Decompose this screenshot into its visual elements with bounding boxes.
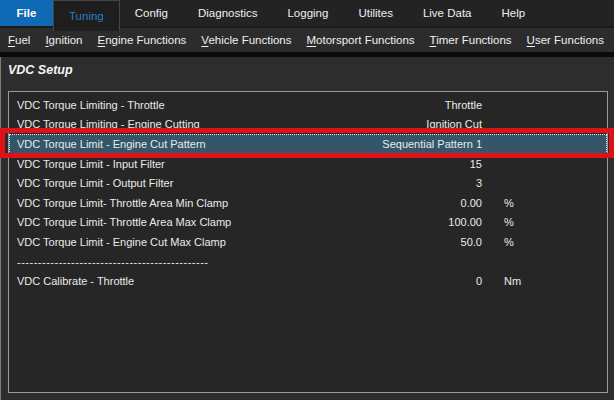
setting-value: 3 xyxy=(292,177,482,189)
settings-row-vdc-torque-limiting-engine-cutting[interactable]: VDC Torque Limiting - Engine CuttingIgni… xyxy=(9,115,607,135)
setting-unit: Nm xyxy=(482,275,607,287)
functions-menu-item-ignition[interactable]: Ignition xyxy=(45,34,82,46)
setting-label: VDC Calibrate - Throttle xyxy=(9,275,292,287)
menu-item-config[interactable]: Config xyxy=(120,0,183,26)
setting-value: 15 xyxy=(292,158,482,170)
setting-value: 0 xyxy=(292,275,482,287)
setting-value: Ignition Cut xyxy=(292,118,482,130)
setting-label: VDC Torque Limit - Engine Cut Max Clamp xyxy=(9,236,292,248)
setting-label: VDC Torque Limit - Input Filter xyxy=(9,158,292,170)
functions-menu-item-fuel[interactable]: Fuel xyxy=(8,34,30,46)
setting-label: VDC Torque Limit - Engine Cut Pattern xyxy=(9,138,292,150)
settings-row-vdc-torque-limit-engine-cut-max-clamp[interactable]: VDC Torque Limit - Engine Cut Max Clamp5… xyxy=(9,232,607,252)
settings-row-vdc-torque-limit-output-filter[interactable]: VDC Torque Limit - Output Filter3 xyxy=(9,173,607,193)
settings-row-vdc-torque-limit-throttle-area-min-clamp[interactable]: VDC Torque Limit- Throttle Area Min Clam… xyxy=(9,193,607,213)
settings-row-vdc-torque-limiting-throttle[interactable]: VDC Torque Limiting - ThrottleThrottle xyxy=(9,95,607,115)
menu-item-tuning[interactable]: Tuning xyxy=(53,0,120,31)
setting-unit: % xyxy=(482,216,607,228)
setting-unit: % xyxy=(482,197,607,209)
setting-label: VDC Torque Limit- Throttle Area Max Clam… xyxy=(9,216,292,228)
setting-value: Sequential Pattern 1 xyxy=(292,138,482,150)
setting-label: VDC Torque Limit - Output Filter xyxy=(9,177,292,189)
menu-divider xyxy=(0,52,614,57)
menu-item-diagnostics[interactable]: Diagnostics xyxy=(183,0,272,26)
setting-unit: % xyxy=(482,236,607,248)
menu-item-help[interactable]: Help xyxy=(487,0,541,26)
menu-item-live-data[interactable]: Live Data xyxy=(408,0,487,26)
functions-menu-item-user-functions[interactable]: User Functions xyxy=(527,34,604,46)
window-left-edge xyxy=(0,57,1,400)
setting-label: VDC Torque Limiting - Throttle xyxy=(9,99,292,111)
setting-value: 0.00 xyxy=(292,197,482,209)
settings-row-vdc-calibrate-throttle[interactable]: VDC Calibrate - Throttle0Nm xyxy=(9,271,607,291)
functions-menu-item-motorsport-functions[interactable]: Motorsport Functions xyxy=(307,34,415,46)
menu-bar: FileTuningConfigDiagnosticsLoggingUtilit… xyxy=(0,0,614,28)
settings-row-vdc-torque-limit-input-filter[interactable]: VDC Torque Limit - Input Filter15 xyxy=(9,154,607,174)
menu-item-file[interactable]: File xyxy=(0,0,53,26)
setting-label: VDC Torque Limiting - Engine Cutting xyxy=(9,118,292,130)
menu-item-utilites[interactable]: Utilites xyxy=(343,0,408,26)
settings-separator-row: ----------------------------------------… xyxy=(9,252,607,272)
setting-label: VDC Torque Limit- Throttle Area Min Clam… xyxy=(9,197,292,209)
settings-row-vdc-torque-limit-throttle-area-max-clamp[interactable]: VDC Torque Limit- Throttle Area Max Clam… xyxy=(9,213,607,233)
setting-value: 50.0 xyxy=(292,236,482,248)
vdc-settings-panel: VDC Torque Limiting - ThrottleThrottleVD… xyxy=(8,91,608,393)
menu-item-logging[interactable]: Logging xyxy=(272,0,343,26)
functions-menu-item-vehicle-functions[interactable]: Vehicle Functions xyxy=(201,34,291,46)
functions-menu-item-engine-functions[interactable]: Engine Functions xyxy=(97,34,186,46)
page-title: VDC Setup xyxy=(8,63,73,77)
setting-label: ----------------------------------------… xyxy=(9,256,292,268)
setting-value: Throttle xyxy=(292,99,482,111)
functions-menu-item-timer-functions[interactable]: Timer Functions xyxy=(430,34,512,46)
settings-row-vdc-torque-limit-engine-cut-pattern[interactable]: VDC Torque Limit - Engine Cut PatternSeq… xyxy=(9,134,607,154)
functions-menu-bar: FuelIgnitionEngine FunctionsVehicle Func… xyxy=(0,28,614,52)
setting-value: 100.00 xyxy=(292,216,482,228)
